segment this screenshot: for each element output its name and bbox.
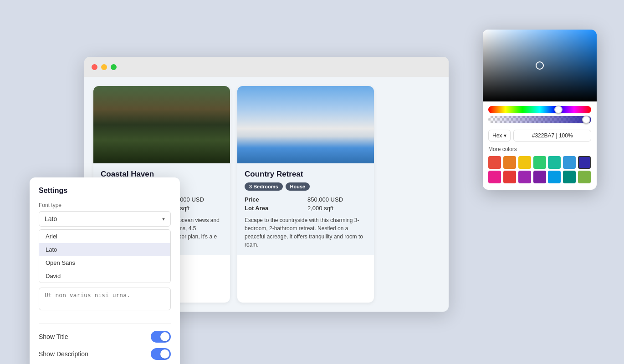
- font-dropdown[interactable]: Lato ▾: [39, 211, 171, 227]
- property-card-retreat[interactable]: Country Retreat 3 Bedrooms House Price 8…: [237, 86, 374, 303]
- badge-type-retreat: House: [286, 182, 310, 191]
- font-option-opensans[interactable]: Open Sans: [39, 256, 170, 269]
- color-hue-bar[interactable]: [488, 106, 591, 113]
- price-value-retreat: 850,000 USD: [307, 196, 367, 203]
- show-title-toggle[interactable]: [151, 331, 171, 343]
- more-colors-label: More colors: [483, 145, 597, 156]
- color-swatch-2[interactable]: [518, 156, 531, 169]
- hue-thumb: [554, 106, 563, 114]
- font-preview-textarea[interactable]: [39, 288, 171, 310]
- color-alpha-bar[interactable]: [488, 116, 591, 123]
- color-gradient-picker[interactable]: [483, 30, 597, 101]
- card-badges-retreat: 3 Bedrooms House: [245, 182, 367, 191]
- color-hex-input[interactable]: #322BA7 | 100%: [513, 130, 591, 142]
- color-swatch-4[interactable]: [548, 156, 561, 169]
- font-options-list: Ariel Lato Open Sans David: [39, 229, 171, 283]
- color-swatch-7[interactable]: [488, 171, 501, 183]
- card-body-retreat: Country Retreat 3 Bedrooms House Price 8…: [237, 163, 374, 255]
- color-swatch-3[interactable]: [533, 156, 546, 169]
- settings-panel: Settings Font type Lato ▾ Ariel Lato Ope…: [30, 177, 180, 364]
- minimize-button[interactable]: [101, 64, 107, 70]
- show-title-row: Show Title: [39, 331, 171, 343]
- color-format-value: Hex: [492, 132, 502, 139]
- color-swatch-6[interactable]: [578, 156, 591, 169]
- color-swatch-0[interactable]: [488, 156, 501, 169]
- description-retreat: Escape to the countryside with this char…: [245, 216, 367, 249]
- coastal-house-image: [93, 86, 230, 163]
- color-swatch-10[interactable]: [533, 171, 546, 183]
- show-description-row: Show Description: [39, 348, 171, 360]
- retreat-house-image: [237, 86, 374, 163]
- chevron-down-icon-color: ▾: [504, 132, 506, 139]
- close-button[interactable]: [92, 64, 97, 70]
- color-swatches: [483, 156, 597, 190]
- window-titlebar: [84, 57, 449, 77]
- settings-title: Settings: [39, 187, 171, 195]
- color-inputs-row: Hex ▾ #322BA7 | 100%: [483, 127, 597, 145]
- settings-divider: [39, 323, 171, 324]
- lot-area-label-retreat: Lot Area: [245, 205, 304, 212]
- color-swatch-9[interactable]: [518, 171, 531, 183]
- card-title-retreat: Country Retreat: [245, 170, 367, 179]
- color-swatch-11[interactable]: [548, 171, 561, 183]
- font-option-david[interactable]: David: [39, 269, 170, 283]
- font-option-lato[interactable]: Lato: [39, 243, 170, 256]
- color-swatch-13[interactable]: [578, 171, 591, 183]
- color-swatch-8[interactable]: [503, 171, 516, 183]
- maximize-button[interactable]: [111, 64, 117, 70]
- show-title-label: Show Title: [39, 333, 68, 340]
- font-type-label: Font type: [39, 202, 171, 208]
- color-format-select[interactable]: Hex ▾: [488, 130, 511, 142]
- font-dropdown-value: Lato: [45, 215, 57, 222]
- badge-bedrooms-retreat: 3 Bedrooms: [245, 182, 283, 191]
- color-picker-cursor: [536, 61, 544, 70]
- show-description-label: Show Description: [39, 350, 88, 358]
- color-swatch-1[interactable]: [503, 156, 516, 169]
- card-details-retreat: Price 850,000 USD Lot Area 2,000 sqft: [245, 196, 367, 212]
- lot-area-value-retreat: 2,000 sqft: [307, 205, 367, 212]
- color-swatch-5[interactable]: [563, 156, 576, 169]
- color-picker-panel: Hex ▾ #322BA7 | 100% More colors: [483, 30, 597, 190]
- price-label-retreat: Price: [245, 196, 304, 203]
- chevron-down-icon: ▾: [162, 216, 165, 222]
- show-description-toggle[interactable]: [151, 348, 171, 360]
- font-option-ariel[interactable]: Ariel: [39, 230, 170, 243]
- alpha-thumb: [582, 116, 590, 124]
- color-swatch-12[interactable]: [563, 171, 576, 183]
